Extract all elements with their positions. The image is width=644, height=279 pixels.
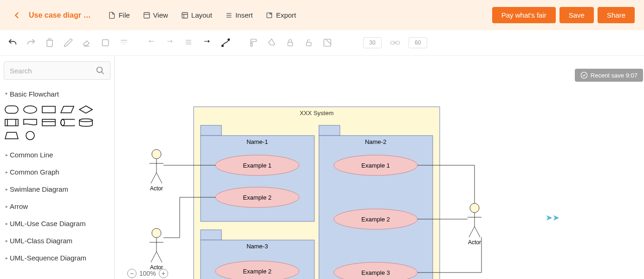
svg-rect-19 (251, 43, 252, 46)
package3-title[interactable]: Name-3 (247, 243, 268, 250)
save-status-badge: Recent save 9:07 (575, 69, 643, 82)
package3-tab[interactable] (201, 230, 221, 240)
svg-point-29 (24, 106, 37, 113)
paint-tool[interactable] (248, 38, 258, 48)
delete-button[interactable] (45, 38, 55, 48)
export-icon (266, 12, 273, 19)
zoom-control: − 100% + (127, 269, 168, 278)
svg-line-61 (475, 227, 480, 237)
width-input[interactable] (363, 37, 382, 48)
svg-point-37 (79, 119, 92, 122)
svg-point-18 (228, 39, 229, 40)
shape-circle[interactable] (22, 130, 38, 141)
svg-text:Example 2: Example 2 (243, 194, 271, 201)
lock-button[interactable] (285, 38, 295, 48)
svg-point-57 (470, 203, 479, 213)
shape-subprocess[interactable] (4, 117, 20, 128)
shapes-sidebar: Basic Flowchart Common Line Common Graph… (0, 56, 115, 279)
category-basic-flowchart[interactable]: Basic Flowchart (0, 85, 114, 103)
fullscreen-button[interactable] (322, 38, 332, 48)
undo-button[interactable] (7, 38, 18, 48)
check-circle-icon (580, 71, 588, 79)
svg-point-38 (26, 131, 34, 140)
category-swimlane[interactable]: Swimlane Diagram (0, 181, 114, 198)
shape-trapezoid[interactable] (4, 130, 20, 141)
actor-3[interactable]: Actor (468, 203, 481, 246)
category-common-line[interactable]: Common Line (0, 146, 114, 163)
search-icon (96, 66, 105, 77)
canvas-next-icon[interactable]: ➤➤ (546, 213, 559, 223)
category-arrow[interactable]: Arrow (0, 198, 114, 215)
menu-layout[interactable]: Layout (176, 8, 217, 22)
clear-tool[interactable] (267, 38, 277, 48)
package2-tab[interactable] (319, 125, 340, 136)
menu-file[interactable]: File (104, 8, 134, 22)
menu-insert[interactable]: Insert (221, 8, 258, 22)
diagram-canvas[interactable]: XXX System Name-1 Name-2 Name-3 Example … (115, 56, 644, 279)
link-icon[interactable] (390, 38, 400, 48)
toolbar (0, 30, 644, 56)
height-input[interactable] (409, 37, 427, 48)
svg-text:Example 3: Example 3 (361, 269, 390, 276)
svg-point-45 (152, 149, 161, 159)
svg-line-27 (102, 72, 104, 74)
shape-document[interactable] (22, 117, 38, 128)
system-title[interactable]: XXX System (300, 110, 334, 117)
arrow-right-tool[interactable] (165, 38, 175, 48)
svg-text:Actor: Actor (468, 239, 481, 246)
package1-tab[interactable] (201, 125, 221, 136)
document-title[interactable]: Use case diagr … (29, 11, 91, 19)
layout-icon (181, 12, 189, 19)
svg-point-36 (61, 119, 65, 126)
svg-point-63 (581, 72, 587, 78)
zoom-out-button[interactable]: − (127, 269, 137, 278)
package1-title[interactable]: Name-1 (247, 138, 268, 145)
shape-rounded-rect[interactable] (4, 104, 20, 115)
menu-export[interactable]: Export (261, 8, 300, 22)
package2-title[interactable]: Name-2 (365, 138, 386, 145)
line-style-tool[interactable] (119, 38, 129, 48)
svg-text:Example 1: Example 1 (361, 162, 390, 169)
svg-rect-1 (182, 13, 188, 18)
shape-tool[interactable] (100, 38, 111, 48)
search-input[interactable] (4, 61, 111, 80)
shape-rect[interactable] (41, 104, 57, 115)
category-uml-usecase[interactable]: UML-Use Case Diagram (0, 215, 114, 232)
pay-button[interactable]: Pay what's fair (492, 7, 556, 23)
shape-cylinder[interactable] (78, 117, 94, 128)
category-uml-sequence[interactable]: UML-Sequence Diagram (0, 249, 114, 266)
svg-rect-0 (144, 13, 150, 18)
svg-line-49 (156, 173, 162, 183)
align-tool[interactable] (183, 38, 194, 48)
redo-button[interactable] (26, 38, 36, 48)
canvas-area[interactable]: XXX System Name-1 Name-2 Name-3 Example … (115, 56, 644, 279)
category-uml-class[interactable]: UML-Class Diagram (0, 232, 114, 249)
eraser-tool[interactable] (82, 38, 92, 48)
curve-tool[interactable] (221, 38, 231, 48)
shape-card[interactable] (41, 117, 57, 128)
zoom-in-button[interactable]: + (159, 269, 168, 278)
shape-parallelogram[interactable] (59, 104, 75, 115)
actor-2[interactable]: Actor (150, 228, 163, 271)
view-icon (143, 12, 150, 19)
menu-view[interactable]: View (138, 8, 173, 22)
svg-rect-7 (102, 39, 108, 45)
shape-diamond[interactable] (78, 104, 94, 115)
edit-button[interactable] (63, 38, 73, 48)
connector-arrow-tool[interactable] (202, 38, 212, 48)
category-common-graph[interactable]: Common Graph (0, 163, 114, 181)
actor-1[interactable]: Actor (150, 149, 163, 192)
file-icon (108, 12, 116, 19)
back-button[interactable] (9, 8, 25, 23)
top-menu-bar: Use case diagr … File View Layout Insert… (0, 0, 644, 30)
share-button[interactable]: Share (598, 7, 635, 23)
save-button[interactable]: Save (559, 7, 594, 23)
package1-body[interactable] (201, 136, 314, 221)
unlock-button[interactable] (304, 38, 314, 48)
svg-point-26 (97, 67, 103, 73)
arrow-left-tool[interactable] (146, 38, 156, 48)
shape-data[interactable] (59, 117, 75, 128)
insert-icon (225, 12, 233, 19)
svg-rect-30 (42, 106, 55, 113)
shape-ellipse[interactable] (22, 104, 38, 115)
